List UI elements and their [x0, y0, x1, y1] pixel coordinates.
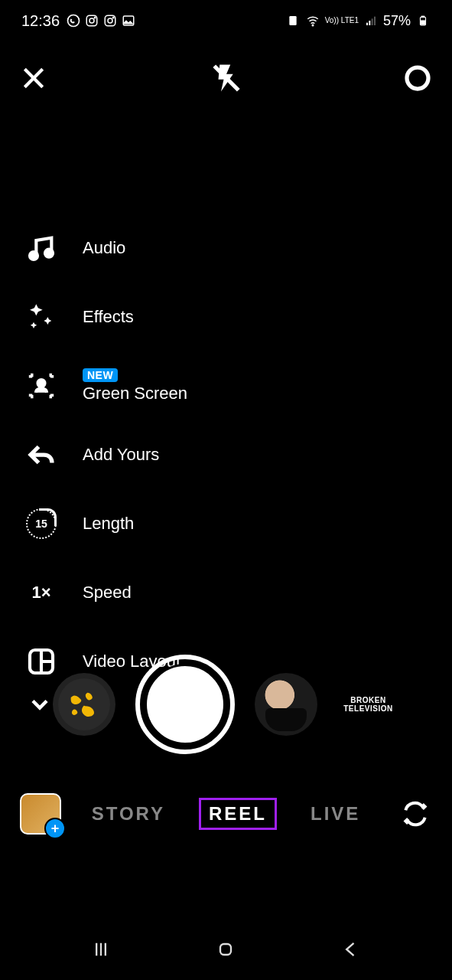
wifi-icon — [305, 13, 320, 28]
mode-row: + STORY REEL LIVE — [0, 787, 452, 841]
effect-person[interactable] — [255, 673, 317, 736]
tool-audio[interactable]: Audio — [23, 230, 187, 266]
battery-text: 57% — [383, 13, 411, 29]
switch-camera-icon — [401, 799, 430, 828]
speed-value: 1× — [31, 583, 50, 603]
top-bar — [0, 55, 452, 104]
gallery-button[interactable]: + — [20, 793, 61, 835]
svg-point-19 — [414, 74, 422, 83]
capture-row: BROKEN TELEVISION — [0, 651, 452, 758]
chevron-down-icon — [26, 691, 54, 718]
signal-icon — [363, 13, 379, 28]
svg-rect-16 — [421, 21, 425, 24]
svg-rect-8 — [289, 16, 296, 25]
close-icon — [18, 63, 49, 93]
tool-effects-label: Effects — [83, 307, 134, 327]
length-icon: 15 — [23, 505, 60, 542]
shutter-button[interactable] — [135, 655, 235, 754]
svg-rect-11 — [369, 21, 370, 25]
svg-point-21 — [45, 250, 53, 257]
status-time: 12:36 — [21, 12, 60, 30]
broken-tv-line2: TELEVISION — [343, 704, 392, 713]
tool-speed[interactable]: 1× Speed — [23, 574, 187, 611]
tool-add-yours-label: Add Yours — [83, 445, 159, 465]
sparkles-icon — [23, 299, 60, 335]
reply-arrow-icon — [23, 436, 60, 473]
tool-length-label: Length — [83, 514, 134, 534]
mode-reel[interactable]: REEL — [199, 798, 277, 830]
globe-icon — [64, 684, 104, 724]
recents-icon — [90, 939, 112, 960]
svg-rect-10 — [366, 23, 368, 25]
svg-point-2 — [89, 18, 94, 23]
whatsapp-icon — [66, 13, 81, 28]
battery-icon — [415, 13, 431, 28]
sd-icon — [285, 13, 301, 28]
nav-home[interactable] — [209, 933, 242, 966]
home-icon — [215, 939, 236, 960]
mode-story[interactable]: STORY — [84, 800, 173, 828]
plus-icon: + — [44, 818, 66, 839]
broken-tv-line1: BROKEN — [343, 696, 392, 704]
settings-button[interactable] — [402, 62, 434, 97]
collapse-tools-button[interactable] — [23, 688, 57, 721]
effect-broken-tv[interactable]: BROKEN TELEVISION — [337, 673, 400, 736]
instagram-icon — [84, 13, 99, 28]
instagram-icon-2 — [102, 13, 118, 28]
back-icon — [340, 939, 362, 960]
close-button[interactable] — [18, 63, 49, 96]
svg-point-24 — [67, 688, 100, 720]
svg-point-22 — [38, 380, 45, 387]
new-badge: NEW — [83, 368, 118, 382]
status-bar: 12:36 Vo)) LTE1 57% — [0, 0, 452, 41]
network-label: Vo)) LTE1 — [325, 17, 359, 24]
flash-button[interactable] — [210, 62, 242, 97]
svg-rect-15 — [421, 16, 424, 17]
svg-point-6 — [112, 17, 114, 18]
svg-rect-25 — [220, 944, 231, 955]
svg-rect-12 — [372, 18, 373, 25]
speed-icon: 1× — [23, 574, 60, 611]
status-left: 12:36 — [21, 12, 136, 30]
svg-point-0 — [68, 15, 80, 27]
nav-back[interactable] — [334, 933, 368, 966]
switch-camera-button[interactable] — [398, 797, 432, 831]
tool-audio-label: Audio — [83, 238, 125, 258]
tool-effects[interactable]: Effects — [23, 299, 187, 335]
music-icon — [23, 230, 60, 266]
status-right: Vo)) LTE1 57% — [285, 13, 431, 29]
tool-length[interactable]: 15 Length — [23, 505, 187, 542]
tools-list: Audio Effects NEW Green Screen Add Yours… — [23, 230, 187, 680]
effect-globe[interactable] — [53, 673, 115, 736]
svg-point-3 — [94, 17, 96, 18]
person-frame-icon — [23, 368, 60, 404]
flash-off-icon — [210, 62, 242, 94]
tool-green-screen-label: Green Screen — [83, 384, 187, 403]
tool-speed-label: Speed — [83, 583, 132, 603]
nav-recents[interactable] — [84, 933, 118, 966]
gear-icon — [402, 62, 434, 94]
tool-add-yours[interactable]: Add Yours — [23, 436, 187, 473]
svg-rect-13 — [374, 17, 376, 25]
mode-live[interactable]: LIVE — [303, 800, 368, 828]
shutter-inner — [145, 664, 226, 745]
android-nav — [0, 919, 452, 980]
svg-point-5 — [108, 18, 112, 23]
svg-point-20 — [30, 252, 37, 260]
length-value: 15 — [35, 518, 47, 530]
svg-point-9 — [312, 24, 314, 26]
tool-green-screen[interactable]: NEW Green Screen — [23, 368, 187, 404]
image-icon — [121, 13, 136, 28]
